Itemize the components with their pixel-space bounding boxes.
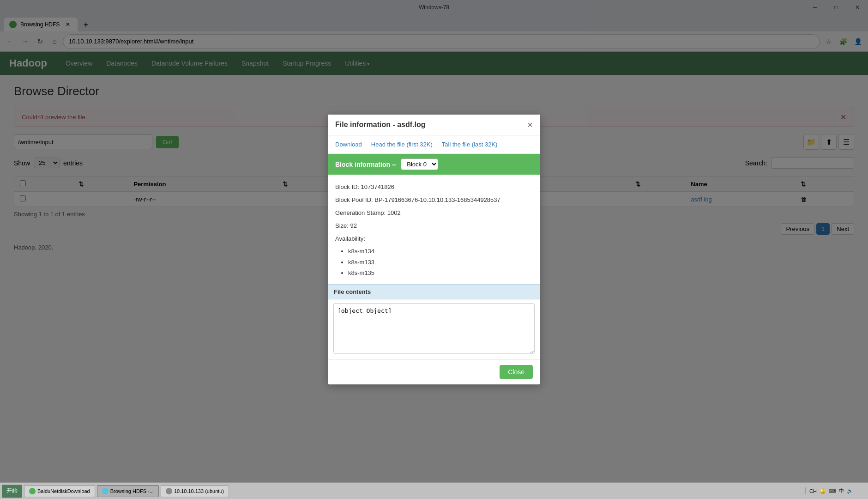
node-2: k8s-m133 (348, 257, 533, 268)
head-file-link[interactable]: Head the file (first 32K) (371, 141, 433, 148)
download-link[interactable]: Download (335, 141, 362, 148)
file-contents-header: File contents (328, 284, 540, 299)
block-pool-id: Block Pool ID: BP-1791663676-10.10.10.13… (335, 194, 533, 206)
file-contents-body: [object Object] (328, 299, 540, 359)
block-info-header: Block information -- Block 0 (328, 154, 540, 175)
availability-label: Availability: (335, 233, 533, 245)
modal-footer: Close (328, 359, 540, 384)
availability-list: k8s-m134 k8s-m133 k8s-m135 (348, 246, 533, 278)
block-details: Block ID: 1073741826 Block Pool ID: BP-1… (328, 175, 540, 284)
modal-overlay[interactable]: File information - asdf.log × Download H… (0, 0, 868, 482)
node-3: k8s-m135 (348, 268, 533, 278)
modal-links: Download Head the file (first 32K) Tail … (328, 135, 540, 154)
tail-file-link[interactable]: Tail the file (last 32K) (442, 141, 498, 148)
close-button[interactable]: Close (500, 365, 533, 379)
modal-title: File information - asdf.log (335, 121, 426, 129)
block-select[interactable]: Block 0 (401, 158, 438, 170)
file-contents-textarea[interactable]: [object Object] (333, 303, 535, 354)
modal-body: Download Head the file (first 32K) Tail … (328, 135, 540, 359)
block-id: Block ID: 1073741826 (335, 181, 533, 193)
modal: File information - asdf.log × Download H… (328, 115, 540, 384)
block-info-label: Block information -- (335, 161, 396, 168)
modal-header: File information - asdf.log × (328, 115, 540, 135)
node-1: k8s-m134 (348, 246, 533, 256)
size: Size: 92 (335, 220, 533, 232)
file-contents-section: File contents [object Object] (328, 284, 540, 359)
modal-close-button[interactable]: × (527, 120, 533, 129)
generation-stamp: Generation Stamp: 1002 (335, 207, 533, 219)
